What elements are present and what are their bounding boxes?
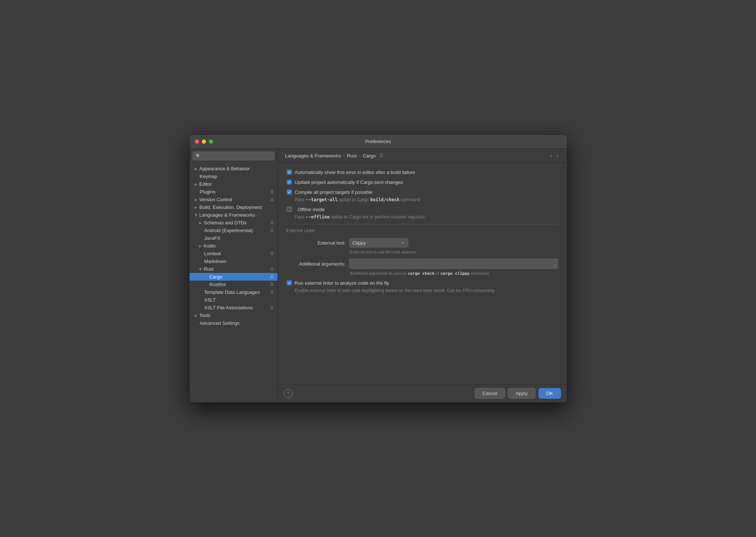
- breadcrumb-sep: ›: [343, 153, 345, 159]
- sidebar-item-appearance[interactable]: ▶ Appearance & Behavior: [190, 165, 278, 173]
- traffic-lights: [195, 139, 213, 144]
- sidebar-badge: ☰: [270, 251, 274, 256]
- sidebar-item-label: Advanced Settings: [195, 320, 274, 326]
- sidebar-item-javafx[interactable]: JavaFX: [190, 234, 278, 242]
- chevron-icon: ▶: [195, 314, 197, 317]
- breadcrumb-rust[interactable]: Rust: [347, 153, 357, 159]
- sidebar-item-label: Tools: [199, 313, 274, 318]
- sidebar-item-android[interactable]: Android (Experimental) ☰: [190, 227, 278, 234]
- sidebar-item-label: Template Data Languages: [199, 289, 269, 295]
- chevron-icon: ▶: [194, 214, 198, 216]
- maximize-button[interactable]: [209, 139, 213, 144]
- sidebar-item-keymap[interactable]: Keymap: [190, 173, 278, 180]
- checkbox-linter-on-fly[interactable]: [287, 280, 292, 285]
- breadcrumb-bar: Languages & Frameworks › Rust › Cargo ☰ …: [278, 149, 567, 163]
- search-input[interactable]: [203, 153, 271, 159]
- titlebar: Preferences: [190, 135, 567, 149]
- footer: ? Cancel Apply OK: [278, 384, 567, 402]
- sidebar-item-schemas[interactable]: ▶ Schemas and DTDs ☰: [190, 219, 278, 227]
- dropdown-arrow-icon: ▼: [401, 241, 405, 245]
- sidebar-item-markdown[interactable]: Markdown: [190, 257, 278, 265]
- settings-icon: ☰: [379, 153, 384, 158]
- additional-args-input[interactable]: ⤢: [349, 259, 558, 269]
- sidebar-item-languages[interactable]: ▶ Languages & Frameworks: [190, 211, 278, 219]
- sidebar-item-rustfmt[interactable]: Rustfmt ☰: [190, 281, 278, 288]
- sidebar-item-label: Cargo: [204, 274, 269, 280]
- sidebar-item-xslt[interactable]: XSLT: [190, 296, 278, 304]
- external-tool-control: Clippy ▼: [349, 238, 558, 248]
- sidebar-item-rust[interactable]: ▶ Rust ☰: [190, 265, 278, 273]
- ok-button[interactable]: OK: [538, 388, 561, 399]
- sidebar-item-label: Version Control: [199, 197, 269, 202]
- sidebar-item-plugins[interactable]: Plugins ☰: [190, 188, 278, 196]
- external-tool-hint: External tool to use for code analysis: [350, 250, 558, 254]
- chevron-icon: ▶: [195, 167, 197, 171]
- sidebar-item-editor[interactable]: ▶ Editor: [190, 180, 278, 188]
- checkbox-label-linter-on-fly: Run external linter to analyze code on t…: [295, 280, 389, 286]
- sidebar-item-label: Languages & Frameworks: [199, 212, 274, 218]
- checkbox-offline-mode[interactable]: [287, 207, 292, 212]
- breadcrumb-languages[interactable]: Languages & Frameworks: [285, 153, 341, 159]
- cancel-button[interactable]: Cancel: [475, 388, 505, 399]
- sidebar-item-template-data[interactable]: Template Data Languages ☰: [190, 288, 278, 296]
- additional-args-container: ⤢: [349, 259, 558, 269]
- sidebar-item-lombok[interactable]: Lombok ☰: [190, 250, 278, 257]
- sidebar-item-label: Appearance & Behavior: [199, 166, 274, 171]
- help-icon: ?: [287, 391, 289, 396]
- minimize-button[interactable]: [202, 139, 206, 144]
- footer-right: Cancel Apply OK: [475, 388, 561, 399]
- sidebar-item-version-control[interactable]: ▶ Version Control ☰: [190, 196, 278, 203]
- sidebar-badge: ☰: [270, 305, 274, 310]
- sidebar-item-label: Android (Experimental): [199, 228, 269, 233]
- sidebar-badge: ☰: [270, 197, 274, 202]
- checkbox-compile-targets[interactable]: [287, 189, 292, 195]
- setting-compile-targets: Compile all project targets if possible: [287, 189, 558, 195]
- expand-icon: ⤢: [553, 263, 556, 267]
- setting-auto-show-error: Automatically show first error in editor…: [287, 170, 558, 175]
- additional-args-label: Additional arguments:: [287, 261, 346, 267]
- linter-on-fly-desc: Enable external linter to add code highl…: [295, 288, 558, 293]
- sidebar-item-label: Markdown: [199, 259, 274, 264]
- sidebar-item-label: Rust: [204, 266, 269, 272]
- sidebar-badge: ☰: [270, 282, 274, 287]
- sidebar-item-kotlin[interactable]: ▶ Kotlin: [190, 242, 278, 250]
- chevron-icon: ▶: [195, 198, 197, 202]
- sidebar-badge: ☰: [270, 290, 274, 295]
- sidebar-nav: ▶ Appearance & Behavior Keymap ▶ Editor …: [190, 163, 278, 402]
- sidebar-item-advanced[interactable]: Advanced Settings: [190, 319, 278, 327]
- search-icon: 🔍: [196, 154, 201, 159]
- chevron-icon: ▶: [195, 206, 197, 209]
- breadcrumb-cargo[interactable]: Cargo: [363, 153, 376, 159]
- sidebar-item-cargo[interactable]: Cargo ☰: [190, 273, 278, 281]
- help-button[interactable]: ?: [284, 389, 293, 398]
- sidebar-badge: ☰: [270, 267, 274, 271]
- back-button[interactable]: ‹: [550, 152, 553, 159]
- breadcrumb-nav: ‹ ›: [550, 152, 559, 159]
- sidebar-item-label: XSLT: [199, 297, 274, 303]
- close-button[interactable]: [195, 139, 199, 144]
- checkbox-update-project[interactable]: [287, 179, 292, 185]
- search-bar[interactable]: 🔍: [192, 152, 275, 160]
- sidebar-item-label: Build, Execution, Deployment: [199, 205, 274, 210]
- main-content: 🔍 ▶ Appearance & Behavior Keymap ▶ Edito…: [190, 149, 567, 402]
- chevron-icon: ▶: [195, 182, 197, 186]
- checkbox-auto-show-error[interactable]: [287, 170, 292, 175]
- setting-offline-mode: Offline mode: [287, 207, 558, 212]
- chevron-icon: ▶: [199, 221, 202, 225]
- sidebar-item-label: Rustfmt: [204, 282, 269, 287]
- preferences-window: Preferences 🔍 ▶ Appearance & Behavior Ke…: [189, 134, 567, 403]
- forward-button[interactable]: ›: [556, 152, 559, 159]
- sidebar-item-label: XSLT File Associations: [199, 305, 269, 310]
- sidebar-item-xslt-file[interactable]: XSLT File Associations ☰: [190, 304, 278, 312]
- setting-linter-on-fly: Run external linter to analyze code on t…: [287, 280, 558, 286]
- footer-left: ?: [284, 389, 293, 398]
- settings-panel: Automatically show first error in editor…: [278, 163, 567, 384]
- sidebar-item-build[interactable]: ▶ Build, Execution, Deployment: [190, 203, 278, 211]
- additional-args-row: Additional arguments: ⤢: [287, 259, 558, 269]
- sidebar-badge: ☰: [270, 228, 274, 233]
- apply-button[interactable]: Apply: [508, 388, 536, 399]
- compile-targets-desc: Pass --target-all option to Cargo build/…: [295, 197, 558, 202]
- external-tool-select[interactable]: Clippy ▼: [349, 238, 408, 248]
- sidebar-item-tools[interactable]: ▶ Tools: [190, 312, 278, 319]
- sidebar-item-label: Keymap: [195, 174, 274, 179]
